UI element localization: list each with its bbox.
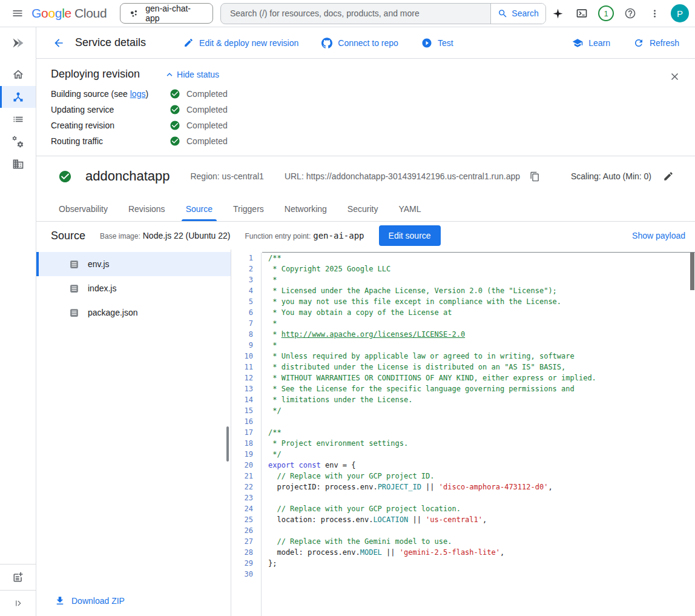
file-item-index.js[interactable]: index.js [36,276,231,300]
topbar-right: 1 P [546,2,689,25]
copy-url-button[interactable] [526,168,543,185]
service-header: addonchatapp Region: us-central1 URL: ht… [36,156,695,196]
scaling-wrap: Scaling: Auto (Min: 0) [571,168,677,185]
gemini-button[interactable] [546,2,569,25]
code-line: * [268,340,695,351]
edit-source-button[interactable]: Edit source [379,225,441,246]
cloud-shell-button[interactable] [570,2,593,25]
download-zip-button[interactable]: Download ZIP [54,595,125,606]
tab-networking[interactable]: Networking [274,196,337,221]
play-circle-icon [421,38,432,48]
hide-status-button[interactable]: Hide status [164,69,219,80]
search-icon [498,8,508,19]
code-line: // Replace with your GCP project ID. [268,471,695,482]
service-url[interactable]: https://addonchatapp-301439142196.us-cen… [306,171,520,181]
code-line: * you may not use this file except in co… [268,296,695,307]
header-actions: Edit & deploy new revision Connect to re… [183,38,453,48]
status-step-label: Updating service [51,105,170,114]
rail-item-services[interactable] [0,86,36,108]
file-list: env.jsindex.jspackage.json [36,252,231,325]
show-payload-link[interactable]: Show payload [632,231,685,240]
refresh-button[interactable]: Refresh [633,38,679,48]
page-header: Service details Edit & deploy new revisi… [36,27,695,59]
line-number: 26 [231,525,261,536]
search-button-label: Search [512,8,538,18]
expand-panel-button[interactable] [0,590,36,616]
cloud-wordmark: Cloud [74,6,107,21]
status-step-state: Completed [170,88,680,99]
line-number: 2 [231,263,261,274]
tab-source[interactable]: Source [176,196,223,221]
check-circle-icon [170,136,180,147]
file-item-package.json[interactable]: package.json [36,300,231,325]
rail-item-domains[interactable] [0,153,36,175]
line-number: 20 [231,460,261,471]
project-name: gen-ai-chat-app [145,4,205,23]
code-line: * See the License for the specific langu… [268,383,695,394]
cloud-run-logo-icon [10,36,26,50]
edit-scaling-button[interactable] [660,168,677,185]
tab-yaml[interactable]: YAML [388,196,431,221]
back-button[interactable] [48,33,69,53]
service-name: addonchatapp [85,168,170,184]
line-number: 22 [231,482,261,492]
more-menu-button[interactable] [643,2,666,25]
status-step-state: Completed [170,136,680,147]
code-editor[interactable]: 1234567891011121314151617181920212223242… [231,250,695,616]
code-line: /** [268,253,695,263]
close-status-button[interactable] [664,65,685,87]
line-number: 16 [231,416,261,427]
check-circle-icon [170,88,180,99]
cloud-console-app: Google Cloud gen-ai-chat-app Search (/) … [0,0,695,616]
learn-button[interactable]: Learn [572,38,610,48]
building-icon [12,158,24,170]
help-button[interactable] [619,2,642,25]
file-panel-scrollbar[interactable] [226,426,229,462]
main: Service details Edit & deploy new revisi… [36,27,695,616]
source-title: Source [51,230,85,242]
status-step-state: Completed [170,104,680,115]
tab-security[interactable]: Security [337,196,389,221]
project-selector[interactable]: gen-ai-chat-app [120,3,213,24]
hamburger-menu-icon [12,7,24,19]
connect-repo-button[interactable]: Connect to repo [321,38,398,48]
tab-observability[interactable]: Observability [48,196,118,221]
edit-deploy-button[interactable]: Edit & deploy new revision [183,38,298,48]
avatar[interactable]: P [671,4,689,22]
rail-item-home[interactable] [0,64,36,85]
download-zip-label: Download ZIP [71,596,125,606]
editor-scrollbar[interactable] [690,253,694,290]
rail-item-worker-pools[interactable] [0,131,36,153]
rail-bottom [0,564,36,616]
refresh-label: Refresh [650,38,679,48]
code-line: * Licensed under the Apache License, Ver… [268,285,695,296]
rail-item-jobs[interactable] [0,108,36,130]
line-number: 11 [231,362,261,373]
header-right: Learn Refresh [572,38,679,48]
code-line: // Replace with your GCP project locatio… [268,503,695,514]
test-button[interactable]: Test [421,38,453,48]
code-line [268,525,695,536]
line-number: 13 [231,383,261,394]
nav-rail [0,27,36,616]
tab-triggers[interactable]: Triggers [223,196,274,221]
code-line: export const env = { [268,460,695,471]
file-item-env.js[interactable]: env.js [36,252,231,276]
school-icon [572,38,583,48]
free-trial-badge[interactable]: 1 [595,2,618,25]
scaling-value: Scaling: Auto (Min: 0) [571,171,651,181]
status-step-label: Creating revision [51,121,170,130]
search-button[interactable]: Search [490,4,545,24]
tab-revisions[interactable]: Revisions [118,196,176,221]
search-input[interactable]: Search (/) for resources, docs, products… [221,4,490,24]
line-number: 10 [231,351,261,362]
close-icon [669,71,680,82]
line-number: 17 [231,427,261,438]
file-panel: env.jsindex.jspackage.json Download ZIP [36,250,231,616]
hamburger-menu-button[interactable] [6,2,29,25]
release-notes-button[interactable] [0,564,36,590]
service-region: Region: us-central1 [190,171,263,181]
logs-link[interactable]: logs [130,89,146,99]
github-icon [321,38,332,48]
code-line: * http://www.apache.org/licenses/LICENSE… [268,329,695,340]
